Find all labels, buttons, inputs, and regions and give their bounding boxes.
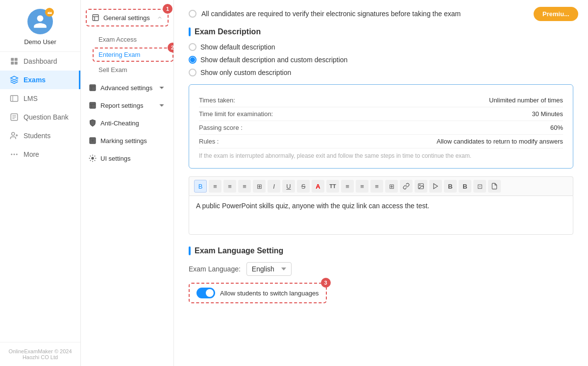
ui-settings-label: UI settings [100,155,130,162]
question-bank-label: Question Bank [24,113,69,121]
svg-point-13 [14,154,15,155]
exam-language-title: Exam Language Setting [189,246,573,255]
exam-access-item[interactable]: Exam Access [91,32,173,47]
exams-icon [10,75,19,84]
sidebar-item-students[interactable]: Students [0,126,80,145]
entering-exam-item[interactable]: Entering Exam [93,48,173,62]
copyright-text: OnlineExamMaker © 2024 Haozhi CO Ltd [8,348,72,360]
anti-cheating-item[interactable]: Anti-Cheating [81,114,173,132]
report-settings-item[interactable]: Report settings [81,97,173,114]
sidebar-item-dashboard[interactable]: Dashboard [0,52,80,71]
chevron-up-icon [157,15,163,21]
svg-point-14 [16,154,18,155]
image-icon [417,183,424,190]
svg-rect-1 [15,58,18,61]
svg-point-29 [419,185,420,186]
report-settings-icon [89,101,97,109]
more-icon [10,150,19,159]
students-label: Students [24,132,50,140]
signature-text: All candidates are required to verify th… [201,10,461,18]
sidebar-item-more[interactable]: More [0,145,80,164]
marking-settings-icon [89,137,97,145]
general-settings-icon [92,14,99,22]
toolbar-align-right[interactable]: ≡ [238,180,251,193]
toolbar-list-ol[interactable]: ≡ [356,180,368,193]
info-row-times: Times taken: Unlimited number of times [199,94,563,107]
sidebar-item-lms[interactable]: LMS [0,89,80,108]
general-settings-header[interactable]: General settings [86,9,169,26]
toggle-knob [206,289,214,297]
general-settings-label: General settings [103,14,150,22]
user-name: Demo User [24,38,56,46]
toolbar-image[interactable] [415,180,427,193]
svg-rect-18 [90,85,96,91]
toolbar-font-color[interactable]: A [312,180,324,193]
main-content: All candidates are required to verify th… [174,0,588,366]
sidebar-item-exams[interactable]: Exams [0,71,80,89]
toolbar-italic[interactable]: I [268,180,280,193]
ui-settings-item[interactable]: UI settings [81,149,173,167]
toolbar-block-b2[interactable]: B [459,180,471,193]
step-2-badge: 2 [168,43,174,52]
radio-default[interactable] [189,43,196,51]
sidebar-user: Demo User [0,0,80,52]
switch-container: Allow students to switch languages [189,283,327,303]
advanced-settings-icon [89,84,97,92]
toolbar-grid[interactable]: ⊞ [253,180,266,193]
svg-marker-4 [11,76,18,80]
toolbar-table[interactable]: ⊞ [385,180,398,193]
toolbar-strikethrough[interactable]: S [297,180,310,193]
info-row-rules: Rules : Allow candidates to return to mo… [199,135,563,148]
toolbar-align-left[interactable]: ≡ [209,180,221,193]
toolbar-link[interactable] [400,180,413,193]
language-switch-toggle[interactable] [196,288,215,298]
exams-label: Exams [24,76,46,84]
svg-point-12 [11,154,12,155]
desc-option-custom[interactable]: Show only custom description [189,69,573,76]
lms-label: LMS [24,95,38,102]
svg-rect-15 [93,15,98,21]
radio-custom[interactable] [189,69,196,76]
toolbar-align-center[interactable]: ≡ [223,180,236,193]
user-icon [32,14,48,29]
toolbar-underline[interactable]: U [282,180,295,193]
settings-sub-nav: Exam Access Entering Exam 2 Sell Exam [81,30,173,79]
toolbar-video[interactable] [429,180,442,193]
advanced-settings-label: Advanced settings [100,84,152,92]
more-label: More [24,150,39,158]
marking-settings-item[interactable]: Marking settings [81,132,173,149]
sidebar-footer: OnlineExamMaker © 2024 Haozhi CO Ltd [0,342,80,366]
crown-icon [47,10,52,15]
toolbar-block-b1[interactable]: B [444,180,457,193]
editor-body[interactable]: A public PowerPoint skills quiz, anyone … [189,195,573,235]
language-select[interactable]: English Chinese Spanish French German [246,262,292,276]
sidebar-item-question-bank[interactable]: Question Bank [0,108,80,126]
toolbar-list-ul[interactable]: ≡ [341,180,354,193]
advanced-settings-item[interactable]: Advanced settings [81,79,173,97]
switch-label: Allow students to switch languages [220,290,319,297]
svg-rect-3 [15,62,18,65]
info-box: Times taken: Unlimited number of times T… [189,84,573,169]
dashboard-label: Dashboard [24,57,57,65]
radio-both[interactable] [189,56,196,64]
premium-button[interactable]: Premiu... [534,7,578,21]
toolbar-indent[interactable]: ≡ [370,180,383,193]
video-icon [432,183,439,190]
sell-exam-item[interactable]: Sell Exam [91,63,173,77]
language-row: Exam Language: English Chinese Spanish F… [189,262,573,276]
settings-nav-panel: General settings 1 Exam Access Entering … [81,0,174,366]
toolbar-bold[interactable]: B [194,180,207,193]
dashboard-icon [10,57,19,66]
signature-radio[interactable] [189,10,196,18]
ui-settings-icon [89,154,97,162]
report-settings-label: Report settings [100,102,143,109]
toolbar-layout[interactable]: ⊡ [473,180,486,193]
toolbar-file[interactable] [488,180,501,193]
info-row-passing-score: Passing score : 60% [199,121,563,135]
desc-option-both[interactable]: Show default description and custom desc… [189,56,573,64]
desc-option-default[interactable]: Show default description [189,43,573,51]
svg-point-11 [12,132,15,135]
svg-point-27 [92,157,94,159]
file-icon [491,183,498,190]
toolbar-font-size[interactable]: TT [326,180,339,193]
